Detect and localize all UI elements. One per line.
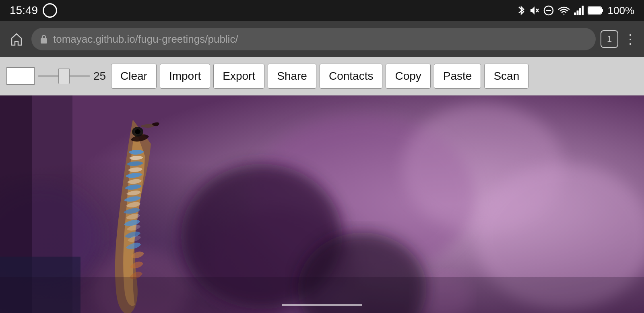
background-image bbox=[0, 95, 644, 313]
share-button[interactable]: Share bbox=[268, 64, 316, 89]
status-app-icon bbox=[43, 3, 57, 18]
signal-icon bbox=[574, 5, 584, 16]
copy-button[interactable]: Copy bbox=[386, 64, 430, 89]
address-text: tomayac.github.io/fugu-greetings/public/ bbox=[53, 33, 238, 46]
contacts-button[interactable]: Contacts bbox=[320, 64, 383, 89]
svg-rect-9 bbox=[588, 7, 601, 14]
status-bar: 15:49 bbox=[0, 0, 644, 21]
tab-switcher-button[interactable]: 1 bbox=[601, 30, 618, 48]
slider-value: 25 bbox=[93, 70, 108, 83]
browser-actions: 1 ⋮ bbox=[601, 30, 638, 48]
address-bar[interactable]: tomayac.github.io/fugu-greetings/public/ bbox=[31, 28, 596, 50]
browser-menu-button[interactable]: ⋮ bbox=[624, 31, 638, 47]
clear-button[interactable]: Clear bbox=[111, 64, 157, 89]
status-bar-right: 100% bbox=[517, 4, 635, 17]
status-bar-left: 15:49 bbox=[10, 3, 57, 18]
color-swatch[interactable] bbox=[6, 67, 35, 85]
size-slider-container bbox=[38, 75, 90, 77]
main-canvas[interactable] bbox=[0, 95, 644, 313]
bluetooth-icon bbox=[517, 5, 526, 16]
browser-chrome: tomayac.github.io/fugu-greetings/public/… bbox=[0, 21, 644, 57]
bottom-nav-bar bbox=[0, 297, 644, 313]
status-time: 15:49 bbox=[10, 4, 38, 17]
svg-rect-10 bbox=[601, 9, 603, 12]
export-button[interactable]: Export bbox=[213, 64, 264, 89]
home-button[interactable] bbox=[6, 29, 27, 49]
paste-button[interactable]: Paste bbox=[434, 64, 481, 89]
address-path: /fugu-greetings/public/ bbox=[135, 33, 238, 45]
import-button[interactable]: Import bbox=[160, 64, 210, 89]
svg-rect-11 bbox=[41, 38, 47, 44]
battery-percent: 100% bbox=[608, 4, 635, 17]
address-host: tomayac.github.io bbox=[53, 33, 135, 45]
no-sound-icon bbox=[530, 5, 539, 16]
toolbar: 25 Clear Import Export Share Contacts Co… bbox=[0, 57, 644, 95]
svg-rect-5 bbox=[576, 10, 578, 15]
scan-button[interactable]: Scan bbox=[484, 64, 528, 89]
battery-icon bbox=[588, 6, 604, 15]
svg-rect-4 bbox=[574, 12, 576, 15]
svg-point-25 bbox=[135, 129, 140, 134]
size-slider-thumb[interactable] bbox=[58, 68, 70, 84]
svg-rect-7 bbox=[582, 6, 584, 15]
size-slider-track bbox=[38, 75, 90, 77]
wifi-icon bbox=[558, 5, 570, 16]
home-indicator bbox=[282, 304, 362, 306]
lock-icon bbox=[39, 34, 48, 44]
dnd-icon bbox=[543, 5, 554, 16]
svg-rect-6 bbox=[579, 8, 581, 15]
